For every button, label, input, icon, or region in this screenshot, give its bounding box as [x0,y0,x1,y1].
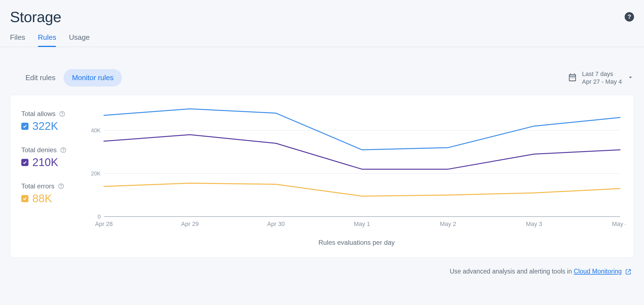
legend-denies-value: 210K [32,156,58,169]
svg-text:May 1: May 1 [354,220,370,227]
date-range-label: Last 7 days [582,70,622,78]
footer-note: Use advanced analysis and alerting tools… [0,258,644,275]
legend-denies: Total denies 210K [21,146,85,169]
help-icon[interactable] [58,183,64,190]
page-title: Storage [10,8,61,25]
svg-point-1 [62,115,62,115]
legend-denies-label: Total denies [21,146,57,154]
svg-text:Apr 29: Apr 29 [181,220,199,227]
sub-tab-edit-rules[interactable]: Edit rules [17,69,64,86]
legend-allows: Total allows 322K [21,110,85,132]
chart-x-axis-title: Rules evaluations per day [88,239,625,246]
chart: 020K40KApr 28Apr 29Apr 30May 1May 2May 3… [88,106,625,233]
checkbox-denies[interactable] [21,159,28,166]
footer-text: Use advanced analysis and alerting tools… [450,268,574,275]
date-range-dates: Apr 27 - May 4 [582,78,622,85]
svg-text:May 3: May 3 [526,220,542,227]
sub-tab-monitor-rules[interactable]: Monitor rules [64,69,122,86]
legend-errors-value: 88K [32,192,52,205]
date-range-picker[interactable]: Last 7 days Apr 27 - May 4 [568,70,634,85]
legend-errors: Total errors 88K [21,182,85,205]
checkbox-errors[interactable] [21,195,28,202]
legend-allows-value: 322K [32,120,58,132]
svg-text:20K: 20K [91,170,101,177]
svg-text:40K: 40K [91,127,101,133]
svg-text:May 4: May 4 [612,220,625,227]
tab-files[interactable]: Files [10,33,25,47]
checkbox-allows[interactable] [21,123,28,130]
help-icon[interactable]: ? [625,12,634,22]
tab-rules[interactable]: Rules [38,33,56,47]
svg-point-5 [61,187,61,188]
legend: Total allows 322K Total denies 210K [19,106,85,246]
chart-card: Total allows 322K Total denies 210K [10,95,634,258]
help-icon[interactable] [60,147,67,153]
external-link-icon [625,269,631,275]
svg-text:0: 0 [98,214,101,220]
tab-usage[interactable]: Usage [69,33,90,47]
svg-text:Apr 28: Apr 28 [95,220,113,227]
legend-allows-label: Total allows [21,110,56,118]
chevron-down-icon [627,74,634,82]
sub-tabs: Edit rules Monitor rules [17,69,122,86]
calendar-icon [568,73,577,83]
svg-text:Apr 30: Apr 30 [267,220,285,227]
legend-errors-label: Total errors [21,182,54,190]
cloud-monitoring-link[interactable]: Cloud Monitoring [574,268,622,275]
svg-text:May 2: May 2 [440,220,456,227]
svg-point-3 [63,151,64,151]
help-icon[interactable] [59,111,66,117]
main-tabs: Files Rules Usage [0,28,644,47]
